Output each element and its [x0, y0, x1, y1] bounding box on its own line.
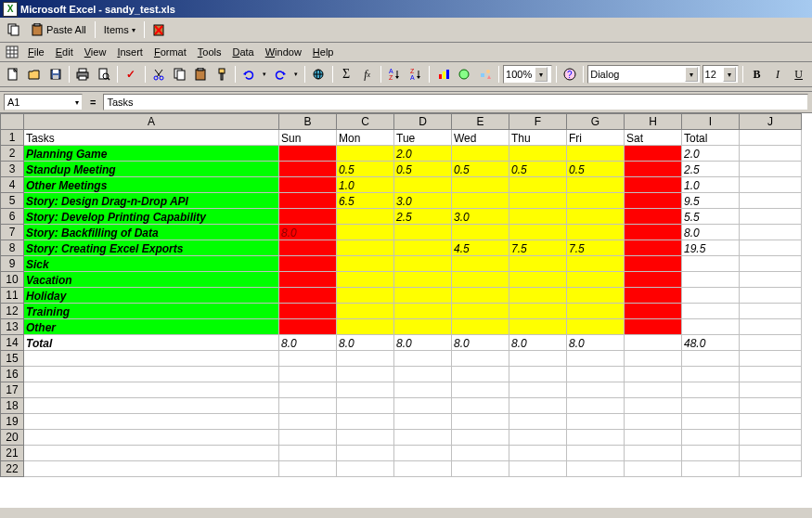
cell[interactable] [625, 335, 682, 351]
cell[interactable] [740, 446, 802, 461]
autosum-icon[interactable]: Σ [337, 64, 356, 84]
cell[interactable] [452, 193, 509, 209]
cell[interactable] [452, 367, 509, 382]
cell[interactable] [567, 209, 625, 225]
cell[interactable] [509, 272, 567, 288]
cell[interactable] [740, 398, 802, 414]
new-icon[interactable] [4, 64, 23, 84]
cell[interactable] [567, 177, 625, 193]
cell[interactable] [452, 225, 509, 240]
cell[interactable] [394, 446, 452, 461]
cell[interactable] [682, 256, 740, 272]
cell[interactable] [509, 256, 567, 272]
items-button[interactable]: Items ▾ [99, 19, 140, 40]
menu-tools[interactable]: Tools [192, 45, 227, 59]
cell[interactable]: Fri [567, 130, 625, 146]
row-header-17[interactable]: 17 [1, 382, 24, 398]
cell[interactable] [740, 240, 802, 256]
row-header-15[interactable]: 15 [1, 351, 24, 367]
cell[interactable] [452, 319, 509, 335]
cell[interactable] [567, 430, 625, 446]
menu-format[interactable]: Format [148, 45, 192, 59]
cell[interactable] [625, 240, 682, 256]
cell[interactable] [682, 382, 740, 398]
column-header-J[interactable]: J [740, 114, 802, 130]
cell[interactable] [452, 461, 509, 477]
cell[interactable] [740, 382, 802, 398]
row-header-21[interactable]: 21 [1, 446, 24, 461]
cell[interactable] [740, 430, 802, 446]
cell[interactable] [567, 446, 625, 461]
cell[interactable]: Wed [452, 130, 509, 146]
cell[interactable] [740, 288, 802, 304]
cell[interactable]: Total [24, 335, 279, 351]
copy-icon-2[interactable] [170, 64, 189, 84]
map-icon[interactable] [455, 64, 474, 84]
cell[interactable] [567, 146, 625, 162]
formula-input[interactable]: Tasks [103, 94, 808, 110]
column-header-C[interactable]: C [337, 114, 394, 130]
cell[interactable]: Story: Creating Excel Exports [24, 240, 279, 256]
cell[interactable] [740, 209, 802, 225]
paste-all-button[interactable]: Paste All [26, 19, 91, 40]
cell[interactable] [740, 162, 802, 177]
undo-dropdown-icon[interactable]: ▾ [261, 64, 269, 84]
drawing-icon[interactable] [475, 64, 495, 84]
row-header-7[interactable]: 7 [1, 225, 24, 240]
cell[interactable] [625, 367, 682, 382]
cell[interactable] [452, 256, 509, 272]
cut-icon[interactable] [149, 64, 169, 84]
cell[interactable] [24, 351, 279, 367]
cell[interactable] [509, 288, 567, 304]
cell[interactable] [337, 225, 394, 240]
cell[interactable]: 1.0 [337, 177, 394, 193]
cell[interactable] [740, 304, 802, 319]
cell[interactable]: 48.0 [682, 335, 740, 351]
cell[interactable] [509, 146, 567, 162]
cell[interactable] [394, 430, 452, 446]
cell[interactable]: 3.0 [452, 209, 509, 225]
cell[interactable] [279, 430, 337, 446]
cell[interactable] [682, 398, 740, 414]
cell[interactable] [509, 446, 567, 461]
cell[interactable] [279, 319, 337, 335]
cell[interactable] [682, 414, 740, 430]
cell[interactable] [625, 209, 682, 225]
cell[interactable]: 0.5 [452, 162, 509, 177]
cell[interactable] [682, 446, 740, 461]
chart-wizard-icon[interactable] [433, 64, 453, 84]
row-header-20[interactable]: 20 [1, 430, 24, 446]
row-header-22[interactable]: 22 [1, 461, 24, 477]
cell[interactable] [452, 351, 509, 367]
cell[interactable] [337, 446, 394, 461]
cell[interactable]: 7.5 [509, 240, 567, 256]
cell[interactable] [682, 367, 740, 382]
cell[interactable] [279, 146, 337, 162]
print-icon[interactable] [73, 64, 93, 84]
cell[interactable] [682, 288, 740, 304]
menu-insert[interactable]: Insert [111, 45, 148, 59]
cell[interactable]: Story: Backfilling of Data [24, 225, 279, 240]
font-name-dropdown[interactable]: Dialog ▾ [587, 65, 700, 84]
cell[interactable] [394, 256, 452, 272]
cell[interactable] [740, 177, 802, 193]
column-header-E[interactable]: E [452, 114, 509, 130]
cell[interactable] [279, 193, 337, 209]
cell[interactable]: Planning Game [24, 146, 279, 162]
clear-clipboard-icon[interactable] [148, 19, 169, 40]
cell[interactable] [279, 162, 337, 177]
cell[interactable] [279, 351, 337, 367]
cell[interactable] [682, 351, 740, 367]
cell[interactable]: 5.5 [682, 209, 740, 225]
cell[interactable] [740, 335, 802, 351]
chevron-down-icon[interactable]: ▾ [75, 98, 79, 107]
paste-icon[interactable] [191, 64, 211, 84]
cell[interactable]: Mon [337, 130, 394, 146]
cell[interactable]: 2.5 [394, 209, 452, 225]
cell[interactable]: Other Meetings [24, 177, 279, 193]
sort-desc-icon[interactable]: ZA [406, 64, 426, 84]
cell[interactable] [509, 304, 567, 319]
cell[interactable] [625, 177, 682, 193]
cell[interactable] [567, 288, 625, 304]
cell[interactable] [625, 414, 682, 430]
